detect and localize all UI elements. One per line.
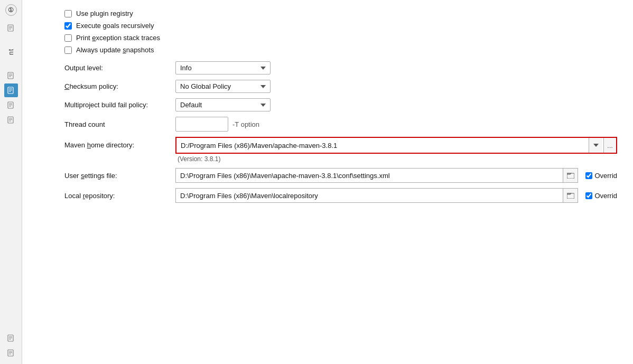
user-settings-override-checkbox[interactable] [585, 172, 592, 179]
maven-home-right: ... (Version: 3.8.1) [175, 137, 617, 163]
thread-count-row: Thread count -T option [64, 117, 617, 132]
sidebar-icon-bottom-1[interactable] [4, 331, 18, 345]
maven-version-label: (Version: 3.8.1) [175, 154, 617, 163]
thread-count-label: Thread count [64, 120, 175, 128]
local-repository-override-label: Overrid [594, 192, 617, 200]
user-settings-browse-button[interactable] [563, 169, 578, 182]
output-level-label: Output level: [64, 64, 175, 72]
sidebar-icon-4-active[interactable] [4, 83, 18, 97]
multiproject-build-label: Multiproject build fail policy: [64, 101, 175, 109]
user-settings-control: Overrid [175, 168, 617, 183]
info-circle-icon[interactable]: ① [5, 4, 17, 16]
local-repository-control: Overrid [175, 188, 617, 203]
multiproject-build-row: Multiproject build fail policy: Default … [64, 98, 617, 111]
multiproject-build-control: Default At End Never [175, 98, 617, 111]
print-exception-row: Print exception stack traces [64, 34, 617, 42]
execute-goals-checkbox[interactable] [64, 22, 72, 30]
user-settings-label: User settings file: [64, 172, 175, 180]
sidebar-icon-1[interactable] [4, 21, 18, 35]
local-repository-override-checkbox[interactable] [585, 192, 592, 199]
output-level-row: Output level: Debug Info Warning Error [64, 61, 617, 74]
use-plugin-registry-label: Use plugin registry [76, 10, 133, 17]
thread-count-control: -T option [175, 117, 617, 132]
user-settings-override-wrapper: Overrid [585, 172, 617, 180]
local-repository-label: Local repository: [64, 192, 175, 200]
checksum-policy-dropdown[interactable]: No Global Policy Strict Lax [175, 80, 271, 93]
maven-home-outer: Maven home directory: ... (Version: 3.8.… [64, 137, 617, 163]
execute-goals-label: Execute goals recursively [76, 22, 154, 30]
sidebar: ① nt [0, 0, 22, 364]
checksum-policy-label: Checksum policy: [64, 82, 175, 90]
print-exception-checkbox[interactable] [64, 34, 72, 42]
execute-goals-row: Execute goals recursively [64, 22, 617, 30]
maven-home-browse-button[interactable]: ... [603, 138, 616, 153]
local-repository-browse-button[interactable] [563, 189, 578, 202]
thread-count-input[interactable] [175, 117, 228, 132]
user-settings-row: User settings file: Overrid [64, 168, 617, 183]
maven-home-input[interactable] [176, 138, 589, 153]
maven-home-dropdown-button[interactable] [589, 138, 602, 153]
user-settings-input[interactable] [176, 169, 563, 182]
local-repository-override-wrapper: Overrid [585, 192, 617, 200]
always-update-row: Always update snapshots [64, 46, 617, 54]
output-level-dropdown[interactable]: Debug Info Warning Error [175, 61, 271, 74]
always-update-checkbox[interactable] [64, 46, 72, 54]
sidebar-icon-3[interactable] [4, 69, 18, 82]
use-plugin-registry-checkbox[interactable] [64, 10, 72, 17]
sidebar-icon-5[interactable] [4, 98, 18, 112]
user-settings-override-label: Overrid [594, 172, 617, 180]
maven-home-input-row: ... [175, 137, 617, 154]
maven-home-label: Maven home directory: [64, 137, 175, 149]
main-content: Use plugin registry Execute goals recurs… [22, 0, 633, 364]
nav-text: nt [7, 49, 15, 55]
use-plugin-registry-row: Use plugin registry [64, 10, 617, 17]
multiproject-build-dropdown[interactable]: Default At End Never [175, 98, 271, 111]
local-repository-input-wrapper [175, 188, 578, 203]
output-level-control: Debug Info Warning Error [175, 61, 617, 74]
local-repository-input[interactable] [176, 189, 563, 202]
t-option-label: -T option [232, 120, 259, 128]
checksum-policy-row: Checksum policy: No Global Policy Strict… [64, 80, 617, 93]
checksum-policy-control: No Global Policy Strict Lax [175, 80, 617, 93]
user-settings-input-wrapper [175, 168, 578, 183]
local-repository-row: Local repository: Overrid [64, 188, 617, 203]
sidebar-icon-6[interactable] [4, 113, 18, 127]
sidebar-icon-bottom-2[interactable] [4, 346, 18, 360]
always-update-label: Always update snapshots [76, 46, 154, 54]
print-exception-label: Print exception stack traces [76, 34, 160, 42]
